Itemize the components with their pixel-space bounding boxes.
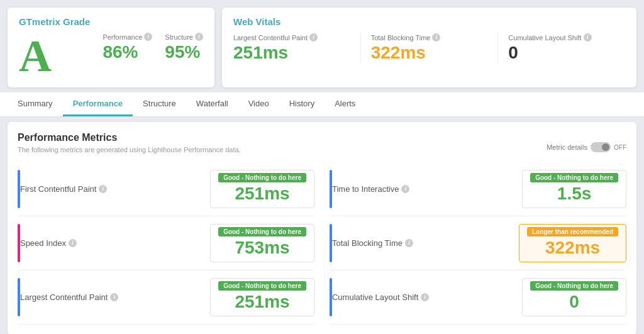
main-content: Performance Metrics The following metric…: [8, 122, 636, 334]
perf-badge: Good - Nothing to do here: [530, 281, 618, 291]
tab-summary[interactable]: Summary: [8, 92, 63, 116]
perf-value: 0: [569, 292, 579, 312]
webvitals-metrics: Largest Contentful Paint i 251ms Total B…: [233, 33, 625, 63]
perf-value-box: Good - Nothing to do here 0: [522, 278, 626, 316]
gtmetrix-grade-card: GTmetrix Grade A Performance i 86% Struc…: [8, 8, 214, 87]
grade-letter: A: [19, 33, 90, 79]
content-subtitle: The following metrics are generated usin…: [18, 146, 241, 153]
performance-value: 86%: [103, 42, 152, 62]
performance-metrics-grid: First Contentful Paint i Good - Nothing …: [18, 170, 626, 325]
wv-lcp-label: Largest Contentful Paint: [233, 34, 308, 42]
wv-lcp-value: 251ms: [233, 43, 350, 63]
perf-value-box: Good - Nothing to do here 251ms: [210, 170, 314, 208]
wv-cls-label: Cumulative Layout Shift: [508, 34, 581, 42]
perf-value-box: Longer than recommended 322ms: [519, 224, 626, 262]
perf-metric-info-icon[interactable]: i: [110, 293, 118, 301]
metric-details-label: Metric details: [547, 143, 587, 151]
wv-cls-info-icon[interactable]: i: [584, 33, 592, 42]
tabs-bar: Summary Performance Structure Waterfall …: [0, 92, 644, 117]
performance-info-icon[interactable]: i: [144, 33, 152, 41]
wv-cls-value: 0: [508, 43, 625, 63]
tab-history[interactable]: History: [279, 92, 325, 116]
wv-lcp-info-icon[interactable]: i: [309, 33, 318, 42]
perf-badge: Good - Nothing to do here: [218, 173, 306, 182]
perf-value: 1.5s: [557, 184, 592, 204]
performance-metric: Performance i 86%: [103, 33, 152, 62]
perf-value-box: Good - Nothing to do here 1.5s: [522, 170, 626, 208]
perf-metric-label: Speed Index i: [20, 238, 204, 248]
perf-metric-info-icon[interactable]: i: [99, 185, 107, 193]
perf-metric-label: Cumulative Layout Shift i: [332, 292, 516, 302]
perf-badge: Good - Nothing to do here: [218, 281, 306, 291]
metric-details-switch[interactable]: [591, 142, 611, 152]
structure-metric: Structure i 95%: [165, 33, 203, 62]
perf-value: 251ms: [235, 184, 289, 204]
perf-value: 753ms: [235, 238, 289, 258]
metric-details-toggle: Metric details OFF: [547, 142, 626, 152]
gtmetrix-title: GTmetrix Grade: [19, 16, 90, 27]
structure-value: 95%: [165, 42, 203, 62]
tab-performance[interactable]: Performance: [63, 92, 133, 116]
webvitals-card: Web Vitals Largest Contentful Paint i 25…: [222, 8, 636, 87]
structure-label: Structure: [165, 33, 193, 41]
tab-waterfall[interactable]: Waterfall: [186, 92, 238, 116]
tab-video[interactable]: Video: [238, 92, 279, 116]
tab-structure[interactable]: Structure: [133, 92, 186, 116]
perf-value-box: Good - Nothing to do here 251ms: [210, 278, 314, 316]
wv-tbt-value: 322ms: [371, 43, 488, 63]
wv-tbt-info-icon[interactable]: i: [432, 33, 440, 42]
perf-value: 322ms: [545, 238, 600, 258]
content-title: Performance Metrics: [18, 132, 241, 143]
perf-row-first-contentful-paint: First Contentful Paint i Good - Nothing …: [18, 170, 314, 216]
perf-metric-label: First Contentful Paint i: [20, 184, 204, 194]
webvitals-title: Web Vitals: [233, 16, 625, 27]
tab-alerts[interactable]: Alerts: [325, 92, 365, 116]
perf-badge: Good - Nothing to do here: [218, 227, 306, 237]
wv-tbt: Total Blocking Time i 322ms: [371, 33, 499, 63]
structure-info-icon[interactable]: i: [195, 33, 203, 41]
perf-badge: Longer than recommended: [527, 227, 618, 237]
perf-metric-info-icon[interactable]: i: [421, 293, 429, 301]
perf-metric-label: Total Blocking Time i: [332, 238, 513, 248]
perf-badge: Good - Nothing to do here: [530, 173, 618, 182]
toggle-off-label: OFF: [614, 144, 626, 151]
perf-metric-info-icon[interactable]: i: [69, 239, 77, 247]
perf-row-time-to-interactive: Time to Interactive i Good - Nothing to …: [330, 170, 626, 216]
perf-metric-label: Largest Contentful Paint i: [20, 292, 204, 302]
wv-tbt-label: Total Blocking Time: [371, 34, 431, 42]
perf-metric-info-icon[interactable]: i: [401, 185, 409, 193]
perf-metric-label: Time to Interactive i: [332, 184, 516, 194]
wv-cls: Cumulative Layout Shift i 0: [508, 33, 625, 63]
perf-row-cumulative-layout-shift: Cumulative Layout Shift i Good - Nothing…: [330, 278, 626, 325]
wv-lcp: Largest Contentful Paint i 251ms: [233, 33, 361, 63]
perf-row-largest-contentful-paint: Largest Contentful Paint i Good - Nothin…: [18, 278, 314, 325]
perf-value: 251ms: [235, 292, 289, 312]
performance-label: Performance: [103, 33, 142, 41]
perf-value-box: Good - Nothing to do here 753ms: [210, 224, 314, 262]
perf-metric-info-icon[interactable]: i: [405, 239, 413, 247]
perf-row-total-blocking-time: Total Blocking Time i Longer than recomm…: [330, 224, 626, 270]
perf-row-speed-index: Speed Index i Good - Nothing to do here …: [18, 224, 314, 270]
